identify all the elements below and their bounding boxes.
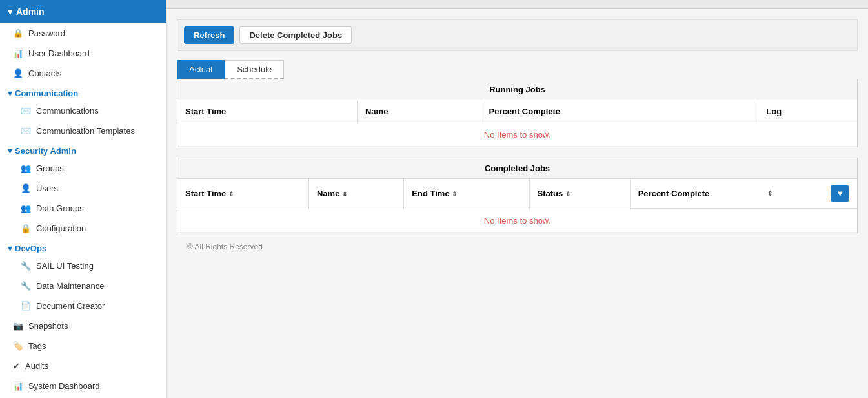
camera-icon: 📷 (13, 321, 23, 331)
delete-completed-jobs-button[interactable]: Delete Completed Jobs (239, 26, 352, 44)
groups-icon: 👥 (21, 163, 31, 173)
sidebar-item-document-creator[interactable]: 📄 Document Creator (0, 296, 166, 316)
running-jobs-no-items: No Items to show. (177, 123, 857, 147)
top-bar (167, 0, 868, 9)
content-area: Refresh Delete Completed Jobs Actual Sch… (167, 9, 868, 398)
sidebar-item-sail-ui-testing[interactable]: 🔧 SAIL UI Testing (0, 256, 166, 276)
sidebar-item-label: Communication Templates (36, 126, 135, 136)
sidebar-item-audits[interactable]: ✔ Audits (0, 356, 166, 376)
user-icon: 👤 (21, 183, 31, 193)
col-log: Log (758, 100, 857, 123)
sidebar-item-label: Document Creator (36, 301, 105, 311)
document-icon: 📄 (21, 301, 31, 311)
col-name: Name (357, 100, 481, 123)
sidebar: ▾ Admin 🔒 Password 📊 User Dashboard 👤 Co… (0, 0, 167, 398)
sidebar-item-communication-templates[interactable]: ✉️ Communication Templates (0, 121, 166, 141)
sidebar-item-data-groups[interactable]: 👥 Data Groups (0, 198, 166, 218)
completed-jobs-no-items: No Items to show. (177, 209, 857, 232)
section-label: Communication (15, 89, 78, 98)
sidebar-section-devops[interactable]: ▾ DevOps (0, 238, 166, 256)
col-percent-complete: Percent Complete (481, 100, 758, 123)
sidebar-item-label: User Dashboard (28, 48, 90, 58)
sidebar-item-label: Password (28, 28, 65, 38)
sidebar-title: Admin (16, 6, 45, 17)
tag-icon: 🏷️ (13, 341, 23, 351)
check-icon: ✔ (13, 361, 20, 371)
sort-icon: ⇕ (767, 190, 772, 197)
sidebar-item-label: Users (36, 183, 58, 193)
sidebar-section-security-admin[interactable]: ▾ Security Admin (0, 141, 166, 158)
completed-jobs-table: Completed Jobs Start Time ⇕ Name ⇕ End T… (177, 158, 858, 233)
section-label: DevOps (15, 244, 46, 253)
sidebar-item-system-dashboard[interactable]: 📊 System Dashboard (0, 376, 166, 396)
sidebar-item-data-maintenance[interactable]: 🔧 Data Maintenance (0, 276, 166, 296)
sidebar-item-user-dashboard[interactable]: 📊 User Dashboard (0, 43, 166, 63)
sidebar-item-communications[interactable]: ✉️ Communications (0, 101, 166, 121)
section-label: Security Admin (15, 146, 76, 156)
sidebar-item-groups[interactable]: 👥 Groups (0, 158, 166, 178)
toolbar: Refresh Delete Completed Jobs (177, 19, 858, 51)
sort-icon: ⇕ (565, 191, 570, 198)
col-end-time-sortable[interactable]: End Time ⇕ (404, 179, 529, 209)
sort-icon: ⇕ (452, 191, 457, 198)
sidebar-item-label: Snapshots (28, 321, 68, 331)
sidebar-item-label: SAIL UI Testing (36, 261, 94, 271)
system-dashboard-icon: 📊 (13, 381, 23, 391)
sidebar-item-contacts[interactable]: 👤 Contacts (0, 63, 166, 83)
tabs: Actual Schedule (177, 60, 858, 79)
tab-schedule[interactable]: Schedule (225, 60, 284, 79)
col-start-time: Start Time (177, 100, 357, 123)
dashboard-icon: 📊 (13, 48, 23, 58)
col-status-sortable[interactable]: Status ⇕ (529, 179, 630, 209)
footer: © All Rights Reserved (177, 233, 858, 260)
sidebar-item-label: Tags (28, 341, 46, 351)
sidebar-item-password[interactable]: 🔒 Password (0, 23, 166, 43)
data-groups-icon: 👥 (21, 204, 31, 213)
chevron-down-icon: ▾ (8, 244, 12, 253)
sidebar-item-label: Groups (36, 163, 64, 173)
sidebar-item-users[interactable]: 👤 Users (0, 178, 166, 198)
chevron-down-icon: ▾ (8, 146, 12, 156)
completed-jobs-header: Completed Jobs (177, 158, 857, 179)
col-start-time-sortable[interactable]: Start Time ⇕ (177, 179, 308, 209)
config-lock-icon: 🔒 (21, 224, 31, 233)
tab-actual[interactable]: Actual (177, 60, 225, 79)
email-icon: ✉️ (21, 106, 31, 116)
copyright-text: © All Rights Reserved (187, 242, 263, 251)
lock-icon: 🔒 (13, 28, 23, 38)
sort-icon: ⇕ (228, 191, 234, 198)
sidebar-item-label: Data Maintenance (36, 281, 105, 291)
sidebar-section-communication[interactable]: ▾ Communication (0, 83, 166, 101)
running-jobs-table: Running Jobs Start Time Name Percent Com… (177, 79, 858, 147)
col-percent-complete-sortable[interactable]: Percent Complete ⇕ ▼ (631, 179, 857, 209)
sidebar-item-label: Communications (36, 106, 99, 116)
email-template-icon: ✉️ (21, 126, 31, 136)
col-name-sortable[interactable]: Name ⇕ (308, 179, 403, 209)
chevron-down-icon: ▾ (8, 89, 12, 98)
sidebar-item-label: Data Groups (36, 204, 84, 213)
sidebar-item-label: Contacts (28, 68, 61, 78)
refresh-button[interactable]: Refresh (184, 26, 234, 44)
contact-icon: 👤 (13, 68, 23, 78)
maintenance-icon: 🔧 (21, 281, 31, 291)
sidebar-item-label: System Dashboard (28, 381, 100, 391)
testing-icon: 🔧 (21, 261, 31, 271)
sidebar-header[interactable]: ▾ Admin (0, 0, 166, 23)
sidebar-item-configuration[interactable]: 🔒 Configuration (0, 218, 166, 238)
filter-button[interactable]: ▼ (831, 185, 849, 202)
main-content: Refresh Delete Completed Jobs Actual Sch… (167, 0, 868, 398)
sidebar-item-snapshots[interactable]: 📷 Snapshots (0, 316, 166, 336)
chevron-down-icon: ▾ (8, 6, 12, 17)
sidebar-item-tags[interactable]: 🏷️ Tags (0, 336, 166, 356)
sidebar-item-label: Audits (25, 361, 48, 371)
sidebar-item-label: Configuration (36, 224, 86, 233)
running-jobs-header: Running Jobs (177, 79, 857, 100)
sort-icon: ⇕ (342, 191, 347, 198)
